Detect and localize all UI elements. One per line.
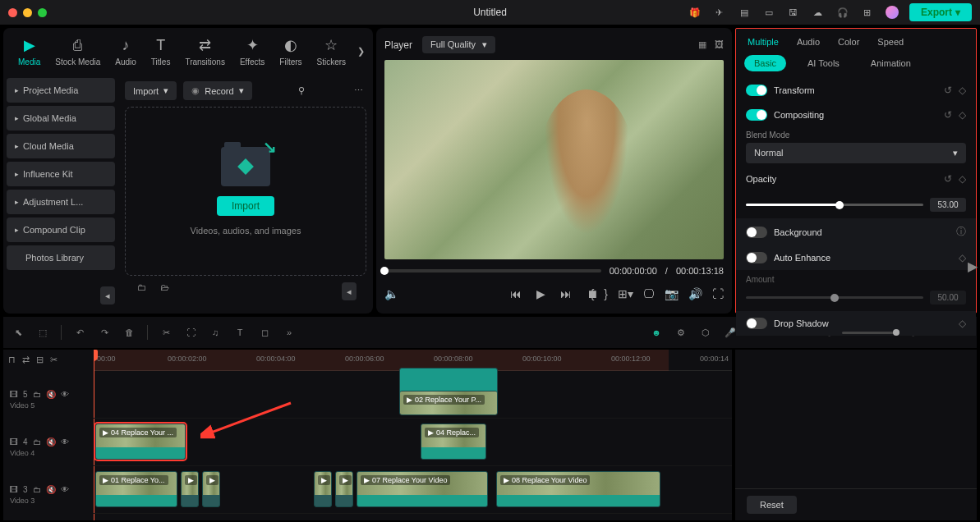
tab-effects[interactable]: ✦Effects <box>240 36 265 66</box>
sidebar-compound[interactable]: ▸Compound Clip <box>7 218 115 242</box>
collapse-media[interactable]: ◂ <box>342 282 357 300</box>
mark-in-icon[interactable]: { <box>591 287 595 300</box>
maximize-window[interactable] <box>38 8 47 17</box>
track-head-v4[interactable]: 🎞4 🗀🔇👁 Video 4 <box>3 418 94 465</box>
tab-media[interactable]: ▶Media <box>18 36 40 66</box>
quality-dropdown[interactable]: Full Quality▾ <box>422 36 495 53</box>
toggle-background[interactable] <box>746 227 767 238</box>
timeline-body[interactable]: 00:00 00:00:02:00 00:00:04:00 00:00:06:0… <box>94 350 732 520</box>
import-dropzone[interactable]: ↘ Import Videos, audios, and images <box>125 107 366 276</box>
speaker-icon[interactable]: 🔈 <box>384 287 398 300</box>
zoom-slider[interactable] <box>842 332 899 334</box>
tab-filters[interactable]: ◐Filters <box>279 36 301 66</box>
tab-stickers[interactable]: ☆Stickers <box>317 36 347 66</box>
clip-small-b[interactable]: ▶ <box>202 471 220 507</box>
link-tracks-icon[interactable]: ⇄ <box>22 355 30 365</box>
redo-icon[interactable]: ↷ <box>98 327 111 338</box>
cloud-icon[interactable]: ☁ <box>811 5 826 20</box>
import-button[interactable]: Import <box>217 196 274 216</box>
sidebar-photos[interactable]: Photos Library <box>7 245 115 270</box>
track-head-v3[interactable]: 🎞3 🗀🔇👁 Video 3 <box>3 465 94 513</box>
ripple-icon[interactable]: ✂ <box>50 355 58 365</box>
subtab-animation[interactable]: Animation <box>861 55 921 71</box>
mic-icon[interactable]: 🎤 <box>724 327 737 338</box>
gift-icon[interactable]: 🎁 <box>688 5 702 20</box>
ai-icon[interactable]: ☻ <box>650 327 663 337</box>
reset-icon[interactable]: ↺ <box>944 173 952 185</box>
sidebar-global-media[interactable]: ▸Global Media <box>7 106 115 130</box>
toggle-dropshadow[interactable] <box>746 318 767 329</box>
fullscreen-icon[interactable]: ⛶ <box>712 287 724 300</box>
keyframe-icon[interactable]: ◇ <box>959 173 966 185</box>
tab-audio[interactable]: ♪Audio <box>115 36 136 66</box>
frame-icon[interactable]: ◻ <box>258 327 271 338</box>
ratio-icon[interactable]: ⊞▾ <box>618 287 633 300</box>
folder-icon[interactable]: 🗀 <box>33 390 41 399</box>
send-icon[interactable]: ✈ <box>712 5 727 20</box>
track-v4[interactable]: ▶04 Replace Your ... ▶04 Replac... <box>94 419 732 466</box>
record-dropdown[interactable]: ◉Record▾ <box>183 81 251 100</box>
clip-small-c[interactable]: ▶ <box>314 471 332 507</box>
player-scrubber[interactable] <box>384 269 601 272</box>
track-v3[interactable]: ▶01 Replace Yo... ▶ ▶ ▶ ▶ ▶07 Replace Yo… <box>94 466 732 514</box>
volume-icon[interactable]: 🔊 <box>688 287 702 300</box>
clip-07[interactable]: ▶07 Replace Your Video <box>357 471 488 507</box>
gear-icon[interactable]: ⚙ <box>674 327 688 338</box>
clip-small-a[interactable]: ▶ <box>181 471 199 507</box>
music-icon[interactable]: ♫ <box>209 327 222 337</box>
apps-icon[interactable]: ⊞ <box>860 5 875 20</box>
tab-transitions[interactable]: ⇄Transitions <box>185 36 225 66</box>
tab-color[interactable]: Color <box>838 37 859 47</box>
reset-button[interactable]: Reset <box>747 496 797 514</box>
collapse-sidebar[interactable]: ◂ <box>100 286 115 304</box>
keyframe-icon[interactable]: ◇ <box>959 318 966 329</box>
import-dropdown[interactable]: Import▾ <box>125 81 177 100</box>
mute-icon[interactable]: 🔇 <box>46 437 56 446</box>
track-v5[interactable]: ▶02 Replace Your P... <box>94 371 732 419</box>
opacity-value[interactable]: 53.00 <box>930 198 966 212</box>
next-frame-icon[interactable]: ⏭ <box>560 287 572 300</box>
eye-icon[interactable]: 👁 <box>61 390 69 399</box>
queue-icon[interactable]: ▤ <box>737 5 752 20</box>
sidebar-cloud-media[interactable]: ▸Cloud Media <box>7 134 115 158</box>
opacity-slider[interactable] <box>746 204 923 206</box>
folder-icon[interactable]: 🗀 <box>33 437 41 446</box>
reset-icon[interactable]: ↺ <box>944 109 952 121</box>
compare-icon[interactable]: ▦ <box>698 39 706 50</box>
sync-icon[interactable]: ⊟ <box>36 355 44 365</box>
clip-04b[interactable]: ▶04 Replac... <box>421 424 486 460</box>
filter-icon[interactable]: ⚲ <box>295 82 308 99</box>
clip-08[interactable]: ▶08 Replace Your Video <box>496 471 660 507</box>
subtab-ai[interactable]: AI Tools <box>798 55 849 71</box>
marker-icon[interactable]: ⬡ <box>699 327 712 338</box>
select-icon[interactable]: ⬚ <box>36 327 49 338</box>
pointer-icon[interactable]: ⬉ <box>12 327 25 338</box>
sidebar-project-media[interactable]: ▸Project Media <box>7 78 115 103</box>
eye-icon[interactable]: 👁 <box>61 485 69 494</box>
more-icon[interactable]: ⋯ <box>351 82 366 99</box>
prev-frame-icon[interactable]: ⏮ <box>510 287 522 300</box>
display-icon[interactable]: 🖵 <box>643 287 655 300</box>
headphones-icon[interactable]: 🎧 <box>835 5 850 20</box>
text-icon[interactable]: T <box>233 327 246 337</box>
clip-04-selected[interactable]: ▶04 Replace Your ... <box>95 424 186 460</box>
folder-open-icon[interactable]: 🗁 <box>158 282 171 300</box>
tabs-more[interactable]: ❯ <box>357 46 365 57</box>
magnet-icon[interactable]: ⊓ <box>8 355 16 365</box>
info-icon[interactable]: ⓘ <box>956 225 966 239</box>
blend-mode-select[interactable]: Normal▾ <box>746 143 966 163</box>
export-button[interactable]: Export▾ <box>909 3 972 21</box>
amount-value[interactable]: 50.00 <box>930 291 966 304</box>
clip-02[interactable]: ▶02 Replace Your P... <box>399 391 498 415</box>
toggle-transform[interactable] <box>746 85 767 96</box>
panel-expand[interactable]: ▶ <box>968 259 978 274</box>
amount-slider[interactable] <box>746 296 923 299</box>
keyframe-icon[interactable]: ◇ <box>959 85 966 96</box>
clip-01[interactable]: ▶01 Replace Yo... <box>95 471 177 507</box>
tab-stock[interactable]: ⎙Stock Media <box>55 36 100 66</box>
mark-out-icon[interactable]: } <box>604 287 608 300</box>
toggle-compositing[interactable] <box>746 109 767 121</box>
camera-icon[interactable]: 📷 <box>665 287 679 300</box>
track-head-v5[interactable]: 🎞5 🗀🔇👁 Video 5 <box>3 370 94 418</box>
more-tools-icon[interactable]: » <box>283 327 296 337</box>
